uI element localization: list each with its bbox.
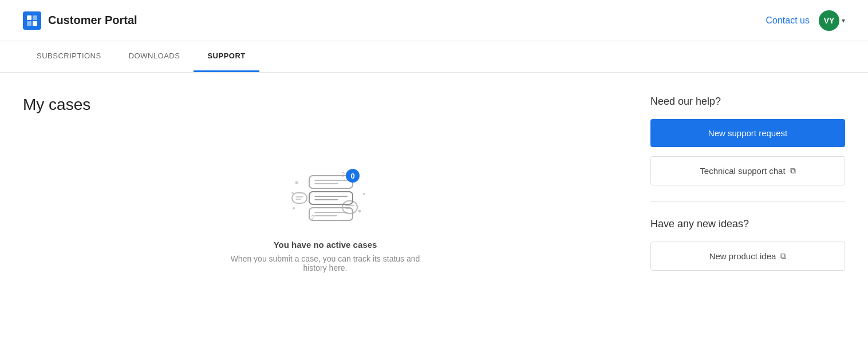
right-panel: Need our help? New support request Techn… [650,96,845,284]
divider [650,201,845,202]
empty-title: You have no active cases [274,240,377,250]
left-panel: My cases ? ? ? [23,96,628,284]
empty-state: ? ? ? [23,148,628,284]
external-link-icon: ⧉ [790,166,796,176]
svg-rect-0 [23,11,41,30]
main-content: My cases ? ? ? [0,73,868,307]
app-title: Customer Portal [48,14,137,27]
header-right: Contact us VY ▾ [766,10,845,31]
svg-rect-4 [33,21,37,26]
new-support-request-button[interactable]: New support request [650,119,845,147]
header: Customer Portal Contact us VY ▾ [0,0,868,41]
svg-point-8 [293,207,295,209]
svg-point-7 [363,193,365,195]
technical-support-chat-label: Technical support chat [700,166,785,176]
svg-text:?: ? [341,171,345,178]
svg-rect-13 [292,193,307,203]
svg-rect-3 [33,15,37,20]
tab-downloads[interactable]: DOWNLOADS [115,41,194,72]
svg-point-9 [358,210,361,213]
empty-subtitle: When you submit a case, you can track it… [228,254,423,272]
avatar: VY [819,10,839,31]
cases-illustration: ? ? ? [279,160,371,228]
svg-rect-1 [27,15,31,20]
contact-us-link[interactable]: Contact us [766,15,810,26]
header-left: Customer Portal [23,11,137,30]
technical-support-chat-button[interactable]: Technical support chat ⧉ [650,156,845,185]
need-help-title: Need our help? [650,96,845,108]
avatar-wrapper[interactable]: VY ▾ [819,10,845,31]
empty-illustration: ? ? ? [279,160,371,228]
nav-tabs: SUBSCRIPTIONS DOWNLOADS SUPPORT [0,41,868,73]
new-product-idea-button[interactable]: New product idea ⧉ [650,242,845,271]
new-product-idea-label: New product idea [709,251,776,261]
svg-rect-25 [309,208,353,220]
svg-text:0: 0 [350,172,354,180]
chevron-down-icon: ▾ [842,17,845,25]
page-title: My cases [23,96,628,114]
external-link-icon-2: ⧉ [780,251,786,261]
tab-support[interactable]: SUPPORT [194,41,259,72]
new-ideas-title: Have any new ideas? [650,218,845,230]
svg-point-5 [295,181,298,184]
svg-rect-22 [309,192,353,204]
logo-icon [23,11,41,30]
tab-subscriptions[interactable]: SUBSCRIPTIONS [23,41,115,72]
svg-rect-2 [27,21,31,26]
